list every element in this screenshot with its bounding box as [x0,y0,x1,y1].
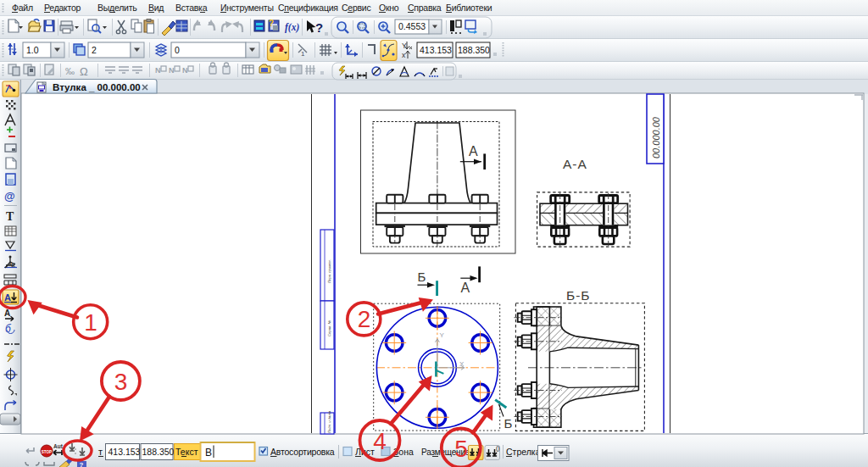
svg-text:@: @ [4,190,15,203]
svg-text:Б-Б: Б-Б [566,288,591,303]
svg-text:Y: Y [440,331,445,339]
svg-text:Справка: Справка [408,3,442,13]
svg-text:413.153: 413.153 [108,447,141,457]
svg-text:Перв. примен.: Перв. примен. [327,259,331,283]
svg-text:0.4553: 0.4553 [398,21,426,31]
svg-text:N: N [182,66,188,75]
svg-text:Спецификация: Спецификация [278,3,338,13]
svg-text:f(x): f(x) [285,22,299,33]
svg-text:A: A [4,309,10,318]
svg-text:Сервис: Сервис [342,3,370,13]
svg-text:В: В [205,447,212,459]
svg-text:Справ. №: Справ. № [327,320,331,336]
svg-text:STOP: STOP [42,450,52,454]
svg-text:2: 2 [358,306,371,332]
svg-text:т: т [98,447,103,457]
svg-text:1.0: 1.0 [26,45,39,55]
svg-text:‰: ‰ [65,66,75,76]
svg-text:0: 0 [175,45,180,55]
svg-text:188.350: 188.350 [458,45,490,55]
svg-text:X: X [459,360,465,368]
svg-text:3: 3 [114,369,128,395]
svg-text:N: N [169,66,175,75]
svg-text:?: ? [315,20,323,35]
svg-text:Инструменты: Инструменты [220,3,274,13]
svg-text:А: А [461,281,470,295]
svg-text:Aut: Aut [53,443,64,449]
svg-text:Автосортировка: Автосортировка [270,447,335,457]
svg-text:Редактор: Редактор [44,3,81,13]
svg-text:Б: Б [504,416,513,431]
svg-text:T: T [6,210,14,223]
svg-text:Выделить: Выделить [97,3,137,13]
svg-text:Файл: Файл [12,3,33,13]
svg-text:413.153: 413.153 [420,45,452,55]
svg-text:Вид: Вид [148,3,164,13]
svg-text:Текст: Текст [175,447,198,457]
svg-text:Вставка: Вставка [175,3,208,13]
svg-text:5: 5 [454,436,468,462]
svg-text:1: 1 [84,309,97,336]
svg-text:Стрелка: Стрелка [506,447,541,457]
svg-text:00.000.00: 00.000.00 [651,116,661,158]
svg-text:A: A [4,292,11,303]
svg-text:Окно: Окно [379,3,399,13]
svg-text:(): () [496,445,500,452]
svg-text:2: 2 [92,45,97,55]
svg-text:Подп. и дата: Подп. и дата [327,410,331,433]
svg-text:?: ? [80,461,84,467]
svg-text:E: E [11,261,15,269]
svg-text:Ω: Ω [80,65,88,78]
svg-text:А: А [469,144,478,158]
svg-text:Втулка _ 00.000.00: Втулка _ 00.000.00 [53,82,141,92]
svg-text:4: 4 [373,428,387,454]
svg-text:Библиотеки: Библиотеки [446,3,492,13]
svg-text:N: N [155,66,161,75]
svg-text:188.350: 188.350 [142,447,175,457]
svg-text:А-А: А-А [563,157,587,171]
svg-text:Б: Б [418,270,426,284]
svg-text:1: 1 [301,50,305,58]
